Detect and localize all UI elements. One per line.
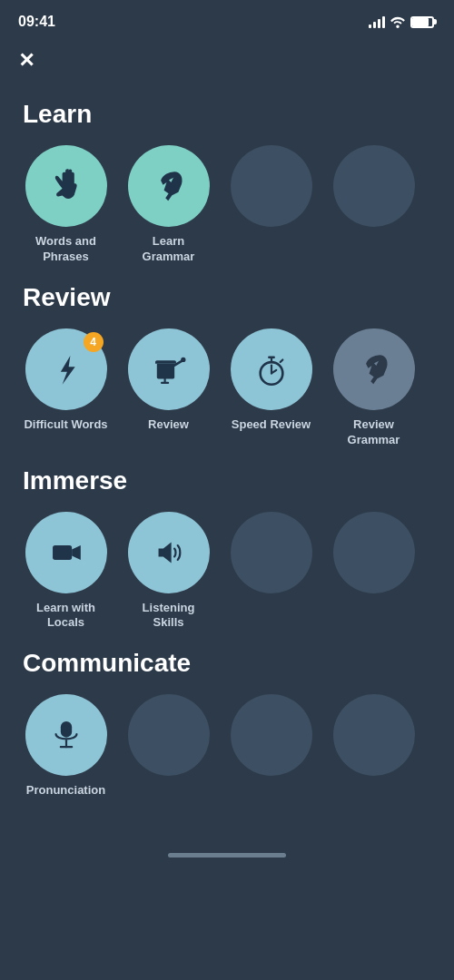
svg-point-0 [181,358,185,362]
section-communicate-title: Communicate [23,649,431,678]
item-circle-comm-empty1 [128,694,210,776]
item-listening-skills[interactable]: Listening Skills [125,512,212,632]
item-label-review: Review [148,417,189,433]
svg-rect-3 [60,721,71,738]
item-label-difficult-words: Difficult Words [24,417,107,433]
item-words-phrases[interactable]: Words and Phrases [23,145,109,265]
item-circle-learn-grammar[interactable] [128,145,210,227]
section-communicate: Communicate Pronunciation [23,649,431,799]
status-icons [369,15,436,28]
section-immerse: Immerse Learn with Locals [23,466,431,632]
status-bar: 09:41 [0,0,454,40]
item-review-grammar[interactable]: Review Grammar [331,328,417,448]
item-circle-words-phrases[interactable] [25,145,107,227]
section-learn-title: Learn [23,100,431,129]
home-indicator [168,853,286,858]
item-label-words-phrases: Words and Phrases [23,234,109,265]
item-circle-listening-skills[interactable] [128,512,210,593]
item-circle-review[interactable] [128,328,210,410]
item-learn-empty1 [228,145,314,265]
main-content: Learn Words and Phrases Learn Grammar [0,73,454,835]
item-comm-empty1 [125,694,212,799]
close-button[interactable]: ✕ [18,49,35,72]
section-immerse-title: Immerse [23,466,431,495]
section-learn: Learn Words and Phrases Learn Grammar [23,100,431,265]
item-circle-learn-with-locals[interactable] [25,512,107,593]
item-circle-comm-empty3 [333,694,415,776]
item-speed-review[interactable]: Speed Review [228,328,314,448]
signal-icon [369,15,385,28]
item-immerse-empty1 [228,512,314,632]
communicate-items-row: Pronunciation [23,694,431,799]
item-difficult-words[interactable]: 4 Difficult Words [23,328,109,448]
section-review: Review 4 Difficult Words [23,283,431,448]
item-label-review-grammar: Review Grammar [331,417,417,448]
item-circle-immerse-empty2 [333,512,415,593]
item-learn-grammar[interactable]: Learn Grammar [125,145,212,265]
item-comm-empty2 [228,694,314,799]
speaker-icon [149,533,189,573]
svg-rect-2 [53,545,72,560]
bolt-icon [46,349,86,389]
feather-icon [149,166,189,206]
review-items-row: 4 Difficult Words [23,328,431,448]
stopwatch-icon [252,349,291,389]
item-label-speed-review: Speed Review [232,417,311,433]
microphone-icon [46,715,86,755]
section-review-title: Review [23,283,431,312]
battery-icon [410,16,436,28]
item-comm-empty3 [331,694,417,799]
item-label-listening-skills: Listening Skills [125,601,212,632]
wifi-icon [390,15,406,28]
learn-items-row: Words and Phrases Learn Grammar [23,145,431,265]
badge-difficult-words: 4 [84,332,104,352]
feather-dark-icon [354,349,394,389]
item-circle-empty2 [333,145,415,227]
item-circle-empty1 [231,145,312,227]
item-review[interactable]: Review [125,328,212,448]
item-circle-review-grammar[interactable] [333,328,415,410]
item-circle-pronunciation[interactable] [25,694,107,776]
item-circle-comm-empty2 [231,694,312,776]
item-learn-empty2 [331,145,417,265]
item-immerse-empty2 [331,512,417,632]
item-pronunciation[interactable]: Pronunciation [23,694,109,799]
item-circle-speed-review[interactable] [231,328,312,410]
item-label-learn-with-locals: Learn with Locals [23,601,109,632]
close-button-container: ✕ [0,40,454,73]
item-circle-immerse-empty1 [231,512,312,593]
status-time: 09:41 [18,14,55,30]
item-circle-difficult-words[interactable]: 4 [25,328,107,410]
item-label-learn-grammar: Learn Grammar [125,234,212,265]
hand-icon [46,166,86,206]
watering-can-icon [149,349,189,389]
item-label-pronunciation: Pronunciation [26,783,105,799]
immerse-items-row: Learn with Locals Listening Skills [23,512,431,632]
item-learn-with-locals[interactable]: Learn with Locals [23,512,109,632]
video-icon [46,533,86,573]
